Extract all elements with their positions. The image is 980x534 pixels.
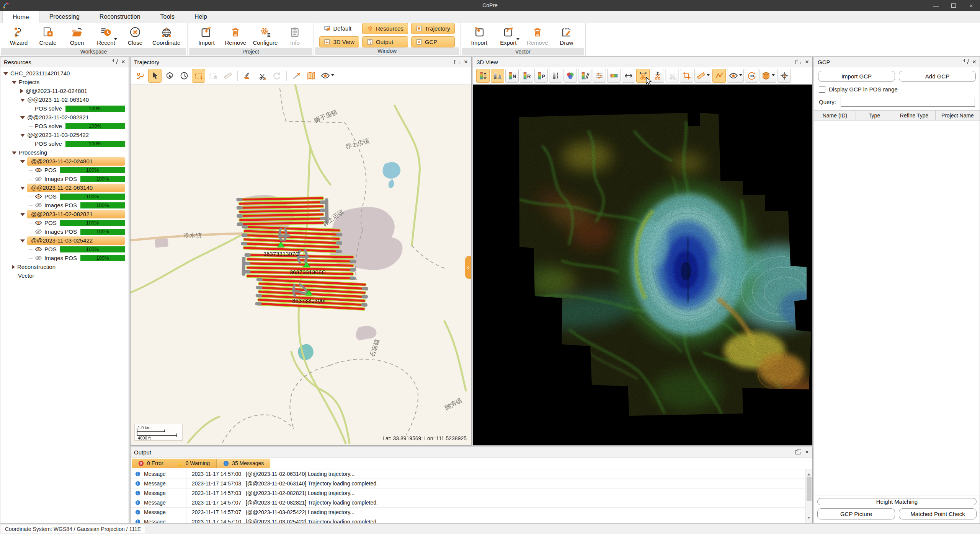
eye-off-icon[interactable] <box>35 228 42 235</box>
window-toggle-3d-view[interactable]: 3D View <box>319 36 359 47</box>
float-panel-icon[interactable] <box>963 60 968 64</box>
float-panel-icon[interactable] <box>795 450 800 454</box>
grayscale-band-button[interactable] <box>549 69 562 83</box>
matched-point-check-button[interactable]: Matched Point Check <box>899 508 977 519</box>
add-gcp-button[interactable]: Add GCP <box>899 71 976 82</box>
tree-row[interactable]: POS100% <box>0 245 129 254</box>
tree-row[interactable]: @@2023-11-02-024801 <box>0 157 129 166</box>
tree-row[interactable]: POS100% <box>0 166 129 174</box>
ribbon-button-import[interactable]: Import <box>465 24 493 48</box>
chevron-down-icon[interactable] <box>772 74 775 78</box>
gcp-picture-button[interactable]: GCP Picture <box>817 508 895 519</box>
brush-button[interactable] <box>241 69 254 83</box>
expand-arrow-icon[interactable] <box>20 134 25 137</box>
chevron-down-icon[interactable] <box>707 74 710 78</box>
gcp-column-header[interactable]: Refine Type <box>893 111 936 120</box>
float-panel-icon[interactable] <box>795 60 800 64</box>
close-panel-icon[interactable]: × <box>805 59 809 65</box>
menu-tab-help[interactable]: Help <box>185 11 217 23</box>
menu-tab-tools[interactable]: Tools <box>150 11 185 23</box>
expand-arrow-icon[interactable] <box>20 213 25 216</box>
ribbon-button-coordinate[interactable]: Coordinate <box>150 24 183 48</box>
gcp-column-header[interactable]: Project Name <box>936 111 980 120</box>
close-panel-icon[interactable]: × <box>972 59 976 65</box>
colorbar-r-button[interactable]: R <box>520 69 533 83</box>
eye-icon[interactable] <box>35 166 42 174</box>
tree-row[interactable]: Images POS100% <box>0 227 129 236</box>
rect-select-button[interactable] <box>192 69 205 83</box>
expand-arrow-icon[interactable] <box>12 81 16 84</box>
tree-row[interactable]: @@2023-11-03-025422 <box>0 236 129 245</box>
eye-icon[interactable] <box>35 219 42 226</box>
tree-row[interactable]: Reconstruction <box>0 262 129 271</box>
eye-off-icon[interactable] <box>35 202 42 209</box>
output-message-row[interactable]: Message2023-11-17 14:57:00[@@2023-11-02-… <box>131 469 812 479</box>
tree-row[interactable]: @@2023-11-03-025422 <box>0 130 129 139</box>
output-message-row[interactable]: Message2023-11-17 14:57:10[@@2023-11-03-… <box>131 517 812 523</box>
tree-row[interactable]: Projects <box>0 78 129 86</box>
expand-arrow-icon[interactable] <box>20 116 25 119</box>
expand-arrow-icon[interactable] <box>12 151 16 155</box>
elevation-colorbar-button[interactable] <box>476 69 490 83</box>
tree-row[interactable]: POS solve100% <box>0 104 129 113</box>
trajectory-map[interactable]: 狮子庙镇赤土店镇赤土店镇冷水镇石庙镇陶湾镇 3637331307C3637331… <box>131 85 471 445</box>
close-panel-icon[interactable]: × <box>464 59 468 65</box>
chevron-down-icon[interactable] <box>114 38 117 42</box>
filter-sliders-button[interactable] <box>593 69 606 83</box>
output-tab-0-warning[interactable]: 0 Warning <box>170 459 217 468</box>
tree-row[interactable]: POS100% <box>0 218 129 227</box>
menu-tab-reconstruction[interactable]: Reconstruction <box>90 11 150 23</box>
trajectory-map-view[interactable]: 狮子庙镇赤土店镇赤土店镇冷水镇石庙镇陶湾镇 3637331307C3637331… <box>131 85 471 445</box>
gcp-column-header[interactable]: Type <box>856 111 893 120</box>
output-message-row[interactable]: Message2023-11-17 14:57:07[@@2023-11-03-… <box>131 508 812 517</box>
crop-button[interactable] <box>680 69 693 83</box>
window-toggle-trajectory[interactable]: Trajectory <box>411 23 455 34</box>
cube-button[interactable] <box>760 69 776 83</box>
tree-row[interactable]: Images POS100% <box>0 201 129 210</box>
output-message-row[interactable]: Message2023-11-17 14:57:03[@@2023-11-02-… <box>131 488 812 498</box>
scrollbar[interactable] <box>805 469 812 523</box>
tree-row[interactable]: CHC_20231114201740 <box>0 69 129 78</box>
intensity-button[interactable] <box>491 69 504 83</box>
menu-tab-processing[interactable]: Processing <box>39 11 90 23</box>
ribbon-button-create[interactable]: Create <box>34 24 62 48</box>
map-button[interactable] <box>304 69 318 83</box>
output-tab-0-error[interactable]: 0 Error <box>132 459 170 468</box>
output-message-list[interactable]: Message2023-11-17 14:57:00[@@2023-11-02-… <box>131 469 812 523</box>
polygon-select-button[interactable] <box>163 69 176 83</box>
tree-row[interactable]: @@2023-11-02-063140 <box>0 95 129 104</box>
window-toggle-resources[interactable]: Resources <box>362 23 408 34</box>
output-message-row[interactable]: Message2023-11-17 14:57:07[@@2023-11-02-… <box>131 498 812 508</box>
select-cursor-button[interactable] <box>148 69 162 83</box>
collapse-arrow-icon[interactable] <box>12 265 15 269</box>
ribbon-button-open[interactable]: Open <box>63 24 91 48</box>
tree-row[interactable]: Images POS100% <box>0 174 129 183</box>
gcp-table-body[interactable] <box>814 120 980 495</box>
locate-button[interactable] <box>777 69 791 83</box>
window-toggle-output[interactable]: Output <box>362 36 408 47</box>
pointcloud-view[interactable] <box>473 85 812 445</box>
eye-icon[interactable] <box>35 193 42 200</box>
tree-row[interactable]: POS100% <box>0 192 129 201</box>
panel-collapse-handle[interactable]: ‹ <box>465 256 471 279</box>
tree-row[interactable]: POS solve100% <box>0 139 129 148</box>
display-gcp-checkbox[interactable] <box>819 86 825 93</box>
rgb-button[interactable] <box>564 69 577 83</box>
chevron-down-icon[interactable] <box>739 74 742 78</box>
tree-row[interactable]: @@2023-11-02-082821 <box>0 210 129 218</box>
close-panel-icon[interactable]: × <box>805 449 809 455</box>
horizontal-range-button[interactable] <box>622 69 635 83</box>
trajectory-cut-button[interactable] <box>290 69 303 83</box>
colorbar-slash-button[interactable] <box>578 69 591 83</box>
tree-row[interactable]: Images POS100% <box>0 254 129 262</box>
ribbon-button-recent[interactable]: Recent <box>92 24 120 48</box>
eye-icon[interactable] <box>35 246 42 253</box>
scissors-button[interactable] <box>255 69 269 83</box>
colorbar-n-button[interactable]: N <box>505 69 519 83</box>
rotate-3d-button[interactable]: 3D <box>745 69 758 83</box>
output-message-row[interactable]: Message2023-11-17 14:57:03[@@2023-11-02-… <box>131 479 812 488</box>
measure-ruler-button[interactable] <box>694 69 711 83</box>
menu-tab-home[interactable]: Home <box>2 11 39 23</box>
expand-arrow-icon[interactable] <box>20 239 25 243</box>
expand-arrow-icon[interactable] <box>20 99 25 102</box>
